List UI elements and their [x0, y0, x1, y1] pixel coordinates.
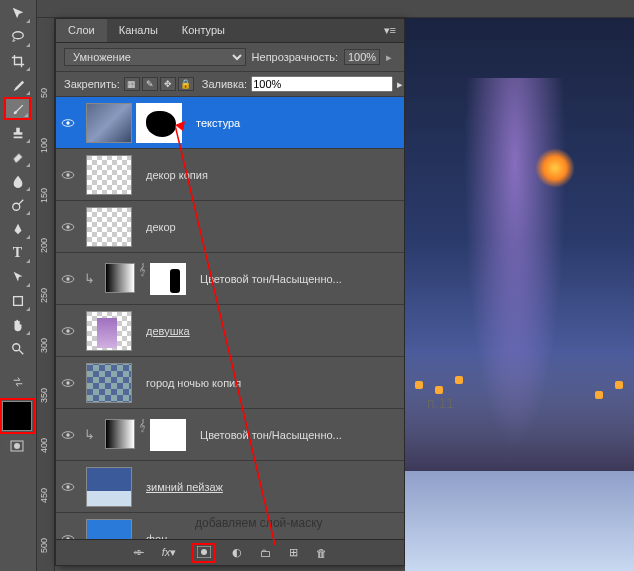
- visibility-toggle[interactable]: [56, 170, 80, 180]
- svg-point-17: [66, 381, 69, 384]
- layer-name[interactable]: декор: [138, 221, 176, 233]
- tool-swap-colors[interactable]: [4, 370, 31, 393]
- tool-hand[interactable]: [4, 313, 31, 336]
- tab-paths[interactable]: Контуры: [170, 19, 237, 42]
- quick-mask-toggle[interactable]: [6, 437, 28, 455]
- ruler-tick: 150: [39, 188, 49, 203]
- annotation-text: добавляем слой-маску: [195, 516, 323, 530]
- svg-point-13: [66, 277, 69, 280]
- tool-dodge[interactable]: [4, 193, 31, 216]
- lock-pixels-icon[interactable]: ✎: [142, 77, 158, 91]
- tool-eyedropper[interactable]: [4, 73, 31, 96]
- new-layer-icon[interactable]: ⊞: [289, 546, 298, 559]
- opacity-label: Непрозрачность:: [252, 51, 338, 63]
- tool-pen[interactable]: [4, 217, 31, 240]
- svg-point-21: [66, 485, 69, 488]
- layer-thumbnail[interactable]: [86, 363, 132, 403]
- tool-stamp[interactable]: [4, 121, 31, 144]
- opacity-stepper[interactable]: ▸: [386, 51, 396, 64]
- layer-mask-thumbnail[interactable]: [150, 263, 186, 295]
- ruler-tick: 200: [39, 238, 49, 253]
- svg-point-19: [66, 433, 69, 436]
- tool-path-select[interactable]: [4, 265, 31, 288]
- tools-toolbar: T: [0, 0, 37, 571]
- visibility-toggle[interactable]: [56, 222, 80, 232]
- new-group-icon[interactable]: 🗀: [260, 547, 271, 559]
- fill-input[interactable]: [251, 76, 393, 92]
- layer-row[interactable]: ↳ 𝄞 Цветовой тон/Насыщенно...: [56, 253, 404, 305]
- link-layers-icon[interactable]: ⬲: [133, 547, 144, 559]
- lock-transparency-icon[interactable]: ▦: [124, 77, 140, 91]
- tool-eraser[interactable]: [4, 145, 31, 168]
- tab-layers[interactable]: Слои: [56, 19, 107, 42]
- layer-row[interactable]: декор: [56, 201, 404, 253]
- ruler-vertical: 50 100 150 200 250 300 350 400 450 500: [37, 18, 55, 571]
- svg-point-3: [12, 343, 19, 350]
- layer-thumbnail[interactable]: [86, 155, 132, 195]
- tool-zoom[interactable]: [4, 337, 31, 360]
- tab-channels[interactable]: Каналы: [107, 19, 170, 42]
- tool-crop[interactable]: [4, 49, 31, 72]
- tool-move[interactable]: [4, 1, 31, 24]
- visibility-toggle[interactable]: [56, 482, 80, 492]
- ruler-horizontal: [37, 0, 634, 18]
- layer-mask-thumbnail[interactable]: [150, 419, 186, 451]
- layer-name[interactable]: Цветовой тон/Насыщенно...: [192, 429, 342, 441]
- layer-name[interactable]: зимний пейзаж: [138, 481, 223, 493]
- layer-name[interactable]: текстура: [188, 117, 240, 129]
- layer-thumbnail[interactable]: [86, 103, 132, 143]
- visibility-toggle[interactable]: [56, 378, 80, 388]
- svg-point-11: [66, 225, 69, 228]
- delete-layer-icon[interactable]: 🗑: [316, 547, 327, 559]
- visibility-toggle[interactable]: [56, 326, 80, 336]
- adjustment-icon[interactable]: [105, 419, 135, 449]
- layer-row[interactable]: декор копия: [56, 149, 404, 201]
- layer-thumbnail[interactable]: [86, 207, 132, 247]
- ruler-tick: 500: [39, 538, 49, 553]
- ruler-tick: 50: [39, 88, 49, 98]
- svg-rect-2: [13, 296, 22, 305]
- layers-list: текстура декор копия декор ↳ 𝄞 Цветовой …: [56, 97, 404, 551]
- layer-row[interactable]: ↳ 𝄞 Цветовой тон/Насыщенно...: [56, 409, 404, 461]
- svg-point-15: [66, 329, 69, 332]
- svg-point-5: [14, 443, 20, 449]
- lock-fill-row: Закрепить: ▦ ✎ ✥ 🔒 Заливка: ▸: [56, 72, 404, 97]
- layer-name[interactable]: город ночью копия: [138, 377, 241, 389]
- svg-point-25: [201, 549, 207, 555]
- tool-lasso[interactable]: [4, 25, 31, 48]
- visibility-toggle[interactable]: [56, 430, 80, 440]
- lock-position-icon[interactable]: ✥: [160, 77, 176, 91]
- fill-stepper[interactable]: ▸: [397, 78, 403, 91]
- layer-fx-icon[interactable]: fx▾: [162, 546, 177, 559]
- new-adjustment-icon[interactable]: ◐: [232, 546, 242, 559]
- layer-row[interactable]: текстура: [56, 97, 404, 149]
- fill-label: Заливка:: [202, 78, 247, 90]
- layer-name[interactable]: декор копия: [138, 169, 208, 181]
- adjustment-icon[interactable]: [105, 263, 135, 293]
- visibility-toggle[interactable]: [56, 274, 80, 284]
- add-mask-icon[interactable]: [194, 545, 214, 561]
- foreground-color[interactable]: [2, 401, 32, 431]
- layer-thumbnail[interactable]: [86, 311, 132, 351]
- ruler-tick: 450: [39, 488, 49, 503]
- link-icon: 𝄞: [139, 263, 146, 295]
- glow: [535, 148, 575, 188]
- layer-row[interactable]: город ночью копия: [56, 357, 404, 409]
- layer-name[interactable]: Цветовой тон/Насыщенно...: [192, 273, 342, 285]
- layer-thumbnail[interactable]: [86, 467, 132, 507]
- tool-shape[interactable]: [4, 289, 31, 312]
- clipping-indicator-icon: ↳: [80, 427, 99, 442]
- ruler-tick: 300: [39, 338, 49, 353]
- layer-mask-thumbnail[interactable]: [136, 103, 182, 143]
- tool-brush[interactable]: [4, 97, 31, 120]
- panel-menu-icon[interactable]: ▾≡: [376, 19, 404, 42]
- tool-type[interactable]: T: [4, 241, 31, 264]
- lock-all-icon[interactable]: 🔒: [178, 77, 194, 91]
- layer-row[interactable]: зимний пейзаж: [56, 461, 404, 513]
- opacity-input[interactable]: [344, 49, 380, 65]
- blend-mode-select[interactable]: Умножение: [64, 48, 246, 66]
- visibility-toggle[interactable]: [56, 118, 80, 128]
- layer-name[interactable]: девушка: [138, 325, 190, 337]
- layer-row[interactable]: девушка: [56, 305, 404, 357]
- tool-blur[interactable]: [4, 169, 31, 192]
